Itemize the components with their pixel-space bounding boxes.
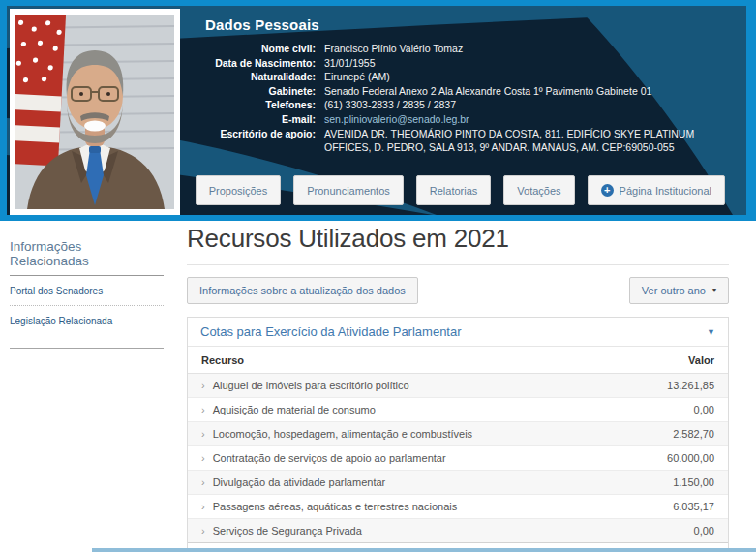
votacoes-label: Votações (517, 185, 560, 197)
title-divider (187, 264, 729, 265)
field-gabinete: Gabinete: Senado Federal Anexo 2 Ala Ale… (205, 84, 725, 99)
row-value: 2.582,70 (620, 422, 729, 446)
sidebar-title: Informações Relacionadas (10, 239, 164, 276)
personal-fields: Nome civil: Francisco Plínio Valério Tom… (205, 42, 725, 155)
field-label: Escritório de apoio: (205, 127, 316, 141)
sidebar-divider (10, 348, 164, 349)
field-naturalidade: Naturalidade: Eirunepé (AM) (205, 70, 725, 84)
table-row[interactable]: ›Aquisição de material de consumo 0,00 (188, 398, 728, 422)
row-label: Aquisição de material de consumo (213, 404, 376, 415)
update-info-label: Informações sobre a atualização dos dado… (199, 285, 406, 296)
proposicoes-label: Proposições (209, 185, 268, 197)
relatorias-button[interactable]: Relatorias (416, 175, 492, 205)
table-row[interactable]: ›Passagens aéreas, aquáticas e terrestre… (188, 495, 728, 519)
related-info-sidebar: Informações Relacionadas Portal dos Sena… (0, 221, 179, 552)
expense-panel-header[interactable]: Cotas para Exercício da Atividade Parlam… (188, 318, 728, 347)
row-value: 13.261,85 (620, 374, 729, 398)
pagina-institucional-button[interactable]: + Página Institucional (588, 175, 725, 205)
year-select-button[interactable]: Ver outro ano ▾ (629, 277, 729, 304)
email-link[interactable]: sen.pliniovalerio@senado.leg.br (324, 112, 725, 127)
row-label: Passagens aéreas, aquáticas e terrestres… (213, 501, 458, 512)
caret-down-icon: ▾ (712, 286, 716, 294)
row-value: 6.035,17 (620, 495, 729, 519)
page-body: Informações Relacionadas Portal dos Sena… (0, 221, 756, 552)
collapse-caret-icon: ▼ (707, 327, 715, 337)
row-label: Aluguel de imóveis para escritório polít… (213, 380, 409, 391)
row-label: Locomoção, hospedagem, alimentação e com… (213, 428, 472, 440)
row-value: 1.150,00 (620, 471, 729, 495)
row-label: Contratação de serviços de apoio ao parl… (213, 452, 446, 464)
chevron-right-icon: › (201, 501, 205, 512)
field-value: Eirunepé (AM) (324, 70, 725, 84)
pronunciamentos-label: Pronunciamentos (307, 185, 390, 197)
chevron-right-icon: › (201, 404, 205, 415)
pagina-institucional-label: Página Institucional (620, 185, 711, 197)
expense-panel: Cotas para Exercício da Atividade Parlam… (187, 317, 729, 552)
expense-table: Recurso Valor ›Aluguel de imóveis para e… (188, 347, 728, 552)
field-telefones: Telefones: (61) 3303-2833 / 2835 / 2837 (205, 98, 725, 112)
page-title-dados-pessoais: Dados Pessoais (205, 16, 319, 33)
toolbar: Informações sobre a atualização dos dado… (187, 277, 729, 304)
relatorias-label: Relatorias (430, 185, 478, 197)
table-row[interactable]: ›Locomoção, hospedagem, alimentação e co… (188, 422, 728, 446)
year-select-label: Ver outro ano (642, 285, 706, 296)
field-data-nascimento: Data de Nascimento: 31/01/1955 (205, 56, 725, 71)
field-label: Naturalidade: (205, 70, 316, 84)
main-content: Recursos Utilizados em 2021 Informações … (179, 221, 756, 552)
field-value: Francisco Plínio Valério Tomaz (324, 42, 725, 56)
field-label: Nome civil: (205, 42, 316, 56)
table-header-row: Recurso Valor (188, 347, 728, 374)
field-value: Senado Federal Anexo 2 Ala Alexandre Cos… (324, 84, 725, 99)
personal-data-header: Dados Pessoais Nome civil: Francisco Plí… (0, 0, 756, 221)
page-title: Recursos Utilizados em 2021 (187, 224, 729, 254)
expense-panel-title: Cotas para Exercício da Atividade Parlam… (200, 324, 462, 339)
row-value: 0,00 (620, 519, 729, 543)
chevron-right-icon: › (201, 452, 205, 464)
row-value: 60.000,00 (620, 446, 729, 471)
field-value: AVENIDA DR. THEOMÁRIO PINTO DA COSTA, 81… (324, 127, 725, 155)
chevron-right-icon: › (201, 380, 205, 391)
chevron-right-icon: › (201, 428, 205, 440)
field-escritorio-apoio: Escritório de apoio: AVENIDA DR. THEOMÁR… (205, 127, 725, 155)
pronunciamentos-button[interactable]: Pronunciamentos (293, 175, 404, 205)
chevron-right-icon: › (201, 525, 205, 537)
field-label: Gabinete: (205, 84, 316, 99)
row-label: Divulgação da atividade parlamentar (213, 476, 386, 488)
chevron-right-icon: › (201, 476, 205, 488)
field-nome-civil: Nome civil: Francisco Plínio Valério Tom… (205, 42, 725, 56)
senator-photo (10, 9, 180, 215)
field-value: 31/01/1955 (324, 56, 725, 71)
field-label: Telefones: (205, 98, 316, 112)
amazonas-flag (15, 15, 66, 167)
field-label: Data de Nascimento: (205, 56, 316, 71)
hero-action-buttons: Proposições Pronunciamentos Relatorias V… (196, 175, 725, 205)
row-label: Serviços de Segurança Privada (213, 525, 362, 537)
field-email: E-mail: sen.pliniovalerio@senado.leg.br (205, 112, 725, 127)
proposicoes-button[interactable]: Proposições (196, 175, 282, 205)
table-row[interactable]: ›Divulgação da atividade parlamentar 1.1… (188, 471, 728, 495)
column-header-valor: Valor (620, 347, 729, 374)
table-row[interactable]: ›Contratação de serviços de apoio ao par… (188, 446, 728, 471)
sidebar-link-portal-senadores[interactable]: Portal dos Senadores (10, 276, 164, 306)
sidebar-link-legislacao-relacionada[interactable]: Legislação Relacionada (10, 306, 164, 335)
column-header-recurso: Recurso (188, 347, 620, 374)
update-info-button[interactable]: Informações sobre a atualização dos dado… (187, 277, 418, 304)
plus-circle-icon: + (601, 184, 614, 197)
table-row[interactable]: ›Serviços de Segurança Privada 0,00 (188, 519, 728, 543)
table-row[interactable]: ›Aluguel de imóveis para escritório polí… (188, 374, 728, 398)
votacoes-button[interactable]: Votações (503, 175, 574, 205)
field-label: E-mail: (205, 112, 316, 127)
bottom-section-edge (92, 548, 756, 552)
row-value: 0,00 (620, 398, 729, 422)
field-value: (61) 3303-2833 / 2835 / 2837 (324, 98, 725, 112)
